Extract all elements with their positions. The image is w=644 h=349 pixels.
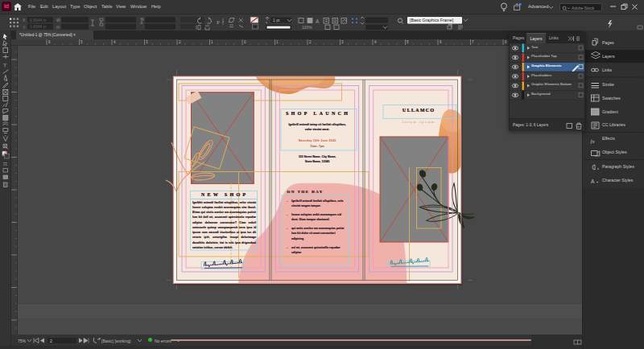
svg-text:Character Styles: Character Styles <box>602 178 634 183</box>
svg-text:CC Libraries: CC Libraries <box>602 122 625 127</box>
svg-text:100%: 100% <box>302 25 312 30</box>
svg-text:2: 2 <box>50 339 52 343</box>
svg-text:fx: fx <box>591 138 596 145</box>
svg-text:A: A <box>591 179 595 184</box>
svg-text:7: 7 <box>472 40 474 44</box>
svg-text:6: 6 <box>440 40 442 44</box>
svg-text:4: 4 <box>114 40 116 44</box>
svg-text:Y:: Y: <box>23 25 26 30</box>
svg-text:3: 3 <box>146 40 148 44</box>
svg-text:1: 1 <box>211 40 213 44</box>
svg-text:6: 6 <box>48 40 51 44</box>
svg-text:[Basic Graphics Frame]: [Basic Graphics Frame] <box>410 18 454 23</box>
svg-text:H:: H: <box>56 25 60 30</box>
svg-text:4: 4 <box>374 40 377 44</box>
svg-text:W:: W: <box>56 18 61 23</box>
svg-text:Effects: Effects <box>602 136 615 141</box>
svg-text:1 pt: 1 pt <box>273 18 280 23</box>
svg-text:2: 2 <box>179 40 181 44</box>
svg-text:3: 3 <box>341 40 344 44</box>
svg-text:0: 0 <box>244 40 246 44</box>
svg-text:2: 2 <box>309 40 312 44</box>
svg-text:P: P <box>217 19 220 26</box>
svg-text:X:: X: <box>23 18 27 23</box>
svg-text:Gradient: Gradient <box>602 109 618 114</box>
svg-text:Paragraph Styles: Paragraph Styles <box>602 164 634 169</box>
svg-text:1: 1 <box>276 40 279 44</box>
svg-text:T: T <box>3 62 7 68</box>
svg-text:5: 5 <box>80 40 83 44</box>
svg-text:5: 5 <box>407 40 409 44</box>
svg-text:A: A <box>316 18 320 24</box>
svg-text:0.6944 in: 0.6944 in <box>30 18 47 23</box>
svg-text:Object Styles: Object Styles <box>602 150 627 154</box>
svg-text:0.6944 in: 0.6944 in <box>30 24 47 29</box>
svg-text:8: 8 <box>505 40 507 44</box>
